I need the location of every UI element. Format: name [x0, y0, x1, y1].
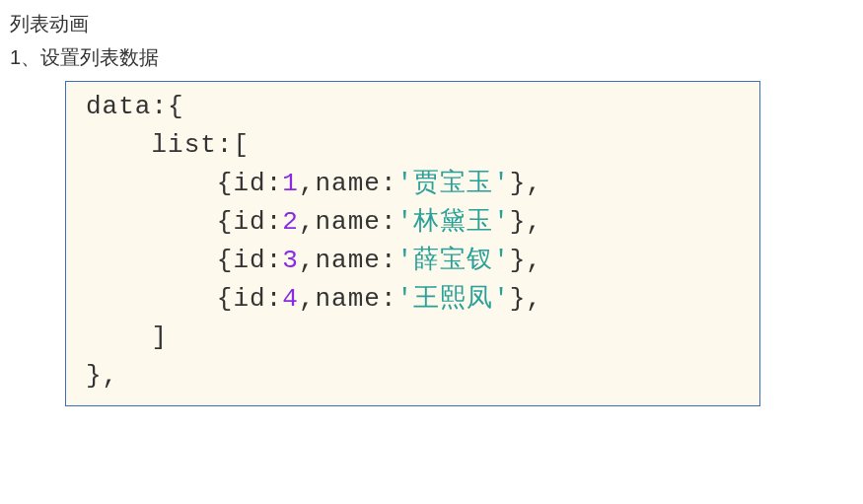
token-name-value: 林黛玉	[413, 207, 493, 237]
code-block-container: data:{ list:[ {id:1,name:'贾宝玉'}, {id:2,n…	[65, 81, 760, 406]
token-open-curly: {	[217, 246, 234, 275]
token-id-value: 1	[282, 169, 299, 198]
subheading-text: 1、设置列表数据	[10, 41, 853, 73]
token-close-curly: }	[510, 284, 527, 314]
token-indent	[86, 207, 217, 237]
token-comma: ,	[299, 246, 316, 275]
token-open-brace: {	[168, 92, 184, 121]
token-name-label: name	[315, 207, 380, 237]
token-colon: :	[266, 169, 283, 198]
token-id-label: id	[233, 246, 265, 275]
token-quote: '	[493, 246, 510, 275]
token-id-value: 4	[282, 284, 299, 314]
token-open-curly: {	[217, 284, 234, 314]
token-indent	[86, 169, 217, 198]
token-colon: :	[217, 130, 234, 160]
token-trailing-comma: ,	[526, 169, 542, 198]
token-quote: '	[397, 246, 414, 275]
token-close-bracket: ]	[151, 323, 168, 352]
token-colon: :	[381, 169, 397, 198]
token-comma: ,	[103, 361, 119, 391]
token-close-curly: }	[510, 246, 527, 275]
token-colon: :	[381, 207, 397, 237]
token-indent	[86, 130, 151, 160]
token-data: data	[86, 92, 151, 121]
token-name-label: name	[315, 169, 380, 198]
token-comma: ,	[299, 284, 316, 314]
token-name-value: 贾宝玉	[413, 169, 493, 198]
token-trailing-comma: ,	[526, 246, 542, 275]
token-indent	[86, 284, 217, 314]
token-open-curly: {	[217, 207, 234, 237]
token-name-value: 王熙凤	[413, 284, 493, 314]
token-name-label: name	[315, 284, 380, 314]
token-id-label: id	[233, 284, 265, 314]
token-list: list	[151, 130, 216, 160]
token-close-curly: }	[510, 207, 527, 237]
heading-text: 列表动画	[10, 8, 853, 39]
token-id-value: 2	[282, 207, 299, 237]
token-trailing-comma: ,	[526, 284, 542, 314]
code-block: data:{ list:[ {id:1,name:'贾宝玉'}, {id:2,n…	[86, 88, 740, 396]
token-comma: ,	[299, 207, 316, 237]
token-colon: :	[381, 246, 397, 275]
token-open-curly: {	[217, 169, 234, 198]
token-colon: :	[151, 92, 168, 121]
token-trailing-comma: ,	[526, 207, 542, 237]
token-indent	[86, 323, 151, 352]
token-quote: '	[493, 169, 510, 198]
token-quote: '	[397, 169, 414, 198]
token-name-label: name	[315, 246, 380, 275]
token-id-value: 3	[282, 246, 299, 275]
token-colon: :	[266, 284, 283, 314]
token-quote: '	[397, 284, 414, 314]
token-quote: '	[397, 207, 414, 237]
token-name-value: 薛宝钗	[413, 246, 493, 275]
token-colon: :	[266, 246, 283, 275]
token-indent	[86, 246, 217, 275]
token-id-label: id	[233, 207, 265, 237]
token-quote: '	[493, 284, 510, 314]
token-comma: ,	[299, 169, 316, 198]
token-close-brace: }	[86, 361, 103, 391]
token-id-label: id	[233, 169, 265, 198]
token-open-bracket: [	[233, 130, 250, 160]
token-quote: '	[493, 207, 510, 237]
token-colon: :	[266, 207, 283, 237]
token-colon: :	[381, 284, 397, 314]
token-close-curly: }	[510, 169, 527, 198]
